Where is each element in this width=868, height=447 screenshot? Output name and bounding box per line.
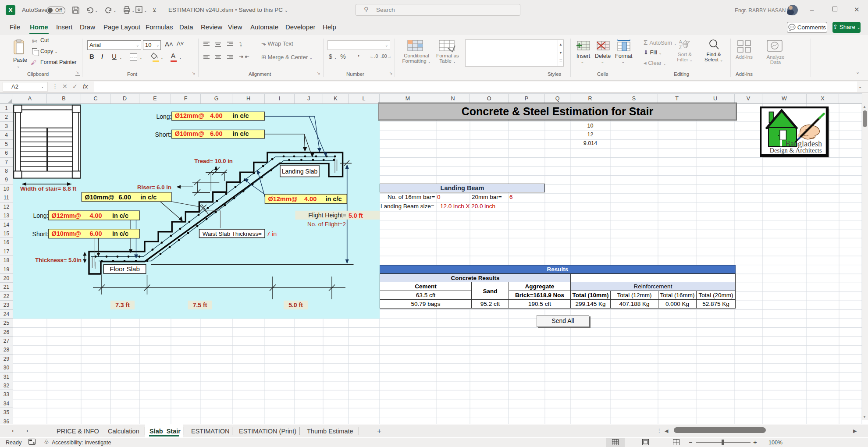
svg-text:Floor Slab: Floor Slab bbox=[110, 265, 139, 273]
svg-text:6.00: 6.00 bbox=[210, 130, 222, 137]
svg-text:Tread= 10.0 in: Tread= 10.0 in bbox=[194, 158, 233, 164]
svg-text:4.00: 4.00 bbox=[304, 195, 317, 202]
svg-text:Ø12mm@: Ø12mm@ bbox=[175, 112, 204, 119]
svg-text:Riser= 6.0 in: Riser= 6.0 in bbox=[137, 184, 171, 191]
svg-text:6.00: 6.00 bbox=[118, 194, 131, 201]
svg-text:Design & Architects: Design & Architects bbox=[769, 147, 822, 154]
svg-text:in c/c: in c/c bbox=[140, 194, 157, 201]
svg-text:5.0 ft: 5.0 ft bbox=[288, 302, 303, 309]
svg-text:Waist Slab Thickness=: Waist Slab Thickness= bbox=[203, 231, 262, 237]
svg-text:Ø10mm@: Ø10mm@ bbox=[85, 194, 114, 201]
svg-text:in c/c: in c/c bbox=[233, 130, 249, 137]
svg-text:Thickness= 5.0in: Thickness= 5.0in bbox=[35, 257, 82, 263]
svg-text:6.00: 6.00 bbox=[89, 230, 102, 237]
svg-text:No. of Flight=2: No. of Flight=2 bbox=[307, 221, 346, 227]
svg-text:Width of stair= 8.8 ft: Width of stair= 8.8 ft bbox=[20, 185, 77, 192]
svg-text:Landing Slab: Landing Slab bbox=[282, 168, 318, 175]
svg-text:Ø12mm@: Ø12mm@ bbox=[52, 212, 81, 219]
svg-text:5.0 ft: 5.0 ft bbox=[349, 212, 363, 219]
svg-text:in c/c: in c/c bbox=[233, 112, 249, 119]
svg-text:4.00: 4.00 bbox=[89, 212, 102, 219]
svg-text:Short:: Short: bbox=[32, 231, 49, 238]
svg-text:Ø10mm@: Ø10mm@ bbox=[175, 130, 204, 137]
svg-text:7.5 ft: 7.5 ft bbox=[193, 302, 207, 309]
svg-text:in c/c: in c/c bbox=[326, 195, 342, 202]
svg-text:Flight Height=: Flight Height= bbox=[308, 212, 346, 219]
svg-text:in c/c: in c/c bbox=[112, 212, 128, 219]
svg-text:7.3 ft: 7.3 ft bbox=[115, 302, 130, 309]
svg-text:Ø10mm@: Ø10mm@ bbox=[52, 230, 81, 237]
svg-text:Short:: Short: bbox=[155, 131, 171, 138]
svg-text:Long:: Long: bbox=[156, 113, 171, 120]
svg-text:in c/c: in c/c bbox=[112, 230, 128, 237]
svg-text:4.00: 4.00 bbox=[210, 112, 222, 119]
svg-text:Ø12mm@: Ø12mm@ bbox=[268, 195, 297, 202]
svg-text:Long:: Long: bbox=[33, 212, 49, 219]
svg-text:7 in: 7 in bbox=[267, 231, 277, 238]
